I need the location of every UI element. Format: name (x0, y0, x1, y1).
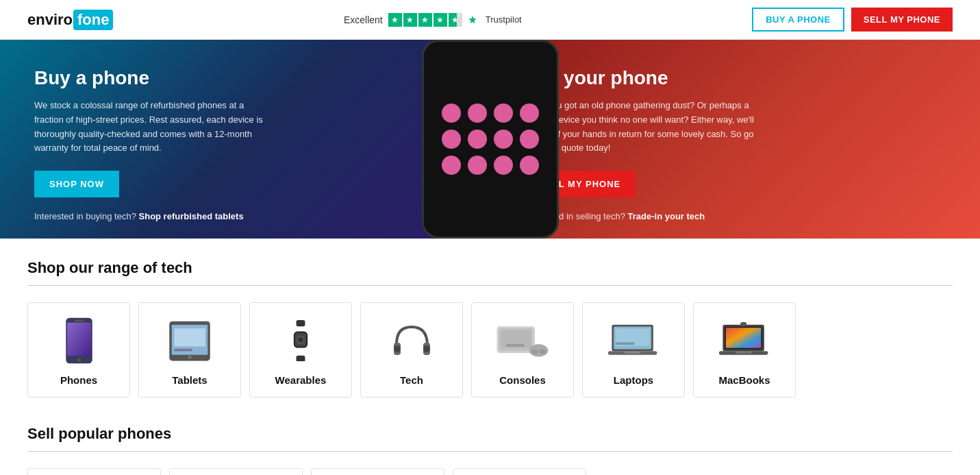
phone-dot-8 (520, 130, 539, 149)
laptop-product-icon (606, 322, 661, 360)
sell-phone-button[interactable]: SELL MY PHONE (851, 8, 953, 32)
phones-image (51, 317, 106, 365)
svg-rect-4 (74, 319, 84, 321)
macbook-product-icon (717, 322, 772, 360)
category-card-wearables[interactable]: Wearables (249, 302, 352, 398)
phone-dot-2 (468, 103, 487, 123)
laptops-image (606, 317, 661, 365)
shop-range-title: Shop our range of tech (27, 259, 953, 277)
svg-rect-33 (625, 352, 641, 354)
svg-point-15 (298, 337, 303, 342)
category-card-tablets[interactable]: Tablets (138, 302, 241, 398)
hero-buy-description: We stock a colossal range of refurbished… (34, 99, 267, 156)
trustpilot-section: Excellent ★ ★ ★ ★ ★ Trustpilot (344, 13, 522, 27)
shop-refurbished-tablets-link[interactable]: Shop refurbished tablets (139, 211, 244, 221)
phones-label: Phones (60, 374, 97, 386)
category-card-macbooks[interactable]: MacBooks (693, 302, 796, 398)
sell-popular-divider (27, 451, 953, 452)
buy-sub-label: Interested in buying tech? (34, 211, 136, 221)
sell-popular-title: Sell popular phones (27, 425, 953, 443)
star-5-half: ★ (449, 13, 462, 27)
svg-rect-8 (174, 328, 205, 346)
svg-rect-11 (297, 320, 305, 326)
sell-popular-section: Sell popular phones (0, 411, 980, 475)
star-3: ★ (418, 13, 432, 27)
macbooks-image (717, 317, 772, 365)
logo-fone-text: fone (73, 10, 113, 30)
trustpilot-logo-icon (468, 15, 477, 25)
trade-in-tech-link[interactable]: Trade-in your tech (628, 211, 705, 221)
svg-point-26 (531, 349, 538, 354)
console-product-icon (495, 320, 550, 361)
phone-dot-1 (442, 103, 461, 123)
tech-product-icon (390, 320, 434, 361)
svg-point-27 (539, 349, 545, 354)
phone-dot-10 (468, 156, 487, 175)
star-4: ★ (434, 13, 447, 27)
trustpilot-stars: ★ ★ ★ ★ ★ (388, 13, 462, 27)
tablets-image (162, 317, 217, 365)
phone-product-icon (60, 317, 98, 365)
consoles-image (495, 317, 550, 365)
shop-range-divider (27, 285, 953, 286)
header-buttons: BUY A PHONE SELL MY PHONE (752, 8, 953, 32)
logo[interactable]: enviro fone (27, 10, 113, 30)
phone-display (422, 40, 559, 239)
svg-point-3 (77, 358, 80, 361)
svg-rect-5 (67, 323, 91, 356)
hero-section: Buy a phone We stock a colossal range of… (0, 40, 980, 239)
svg-point-10 (188, 355, 191, 358)
wearable-product-icon (284, 320, 318, 361)
sell-phone-card-1[interactable] (27, 468, 161, 475)
sell-phone-card-2[interactable] (169, 468, 303, 475)
tech-image (384, 317, 439, 365)
category-card-phones[interactable]: Phones (27, 302, 130, 398)
shop-range-section: Shop our range of tech (0, 239, 980, 411)
hero-buy-subtext: Interested in buying tech? Shop refurbis… (34, 211, 456, 221)
tablet-product-icon (166, 319, 214, 363)
phone-dot-7 (494, 130, 513, 149)
phone-dot-9 (442, 156, 461, 175)
svg-rect-39 (736, 352, 752, 354)
category-card-consoles[interactable]: Consoles (471, 302, 574, 398)
star-1: ★ (388, 13, 402, 27)
category-card-laptops[interactable]: Laptops (582, 302, 685, 398)
svg-rect-24 (506, 344, 525, 347)
phone-dot-5 (442, 130, 461, 149)
macbooks-label: MacBooks (718, 374, 770, 386)
phone-dot-4 (520, 103, 539, 123)
buy-phone-button[interactable]: BUY A PHONE (752, 8, 844, 32)
hero-sell-subtext: Interested in selling tech? Trade-in you… (525, 211, 946, 221)
svg-rect-9 (174, 348, 192, 351)
sell-phone-card-4[interactable] (453, 468, 586, 475)
category-card-tech[interactable]: Tech (360, 302, 463, 398)
svg-point-19 (394, 345, 401, 352)
svg-rect-16 (297, 356, 305, 361)
tablets-label: Tablets (172, 374, 207, 386)
phone-dot-6 (468, 130, 487, 149)
trustpilot-excellent-label: Excellent (344, 14, 383, 25)
hero-sell-title: Sell your phone (525, 67, 946, 89)
trustpilot-brand-label: Trustpilot (486, 14, 522, 25)
phone-dot-11 (494, 156, 513, 175)
wearables-label: Wearables (275, 374, 327, 386)
sell-phone-card-3[interactable] (311, 468, 444, 475)
svg-point-20 (423, 345, 430, 352)
phone-dot-3 (494, 103, 513, 123)
logo-enviro-text: enviro (27, 11, 73, 29)
svg-rect-31 (616, 342, 635, 345)
wearables-image (273, 317, 328, 365)
category-grid: Phones Tablets (27, 302, 953, 398)
laptops-label: Laptops (614, 374, 653, 386)
header: enviro fone Excellent ★ ★ ★ ★ ★ Trustpil… (0, 0, 980, 40)
svg-marker-0 (468, 16, 477, 23)
svg-rect-36 (726, 328, 761, 348)
hero-buy-title: Buy a phone (34, 67, 456, 89)
consoles-label: Consoles (499, 374, 546, 386)
hero-phone-visual (415, 40, 566, 239)
shop-now-button[interactable]: SHOP NOW (34, 171, 119, 197)
svg-point-25 (529, 344, 549, 356)
phone-dot-12 (520, 156, 539, 175)
sell-phones-grid (27, 468, 953, 475)
star-2: ★ (403, 13, 417, 27)
